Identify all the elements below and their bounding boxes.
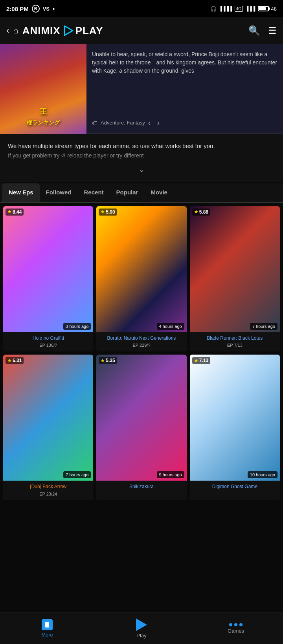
anime-title-1: Boruto: Naruto Next Generations [99, 335, 184, 342]
games-icon [229, 623, 243, 626]
anime-rating-3: ★ 6.31 [6, 357, 24, 364]
anime-thumb-0 [3, 206, 93, 332]
anime-rating-4: ★ 5.35 [99, 357, 117, 364]
anime-ep-3: EP 23/24 [6, 492, 91, 496]
tab-popular[interactable]: Popular [110, 183, 145, 202]
anime-time-4: 9 hours ago [157, 471, 184, 478]
tab-new-eps[interactable]: New Eps [2, 183, 40, 202]
anime-thumb-3 [3, 355, 93, 481]
anime-title-4: Shikizakura [99, 484, 184, 490]
anime-time-0: 3 hours ago [63, 323, 91, 330]
tag-icon: 🏷 [92, 120, 97, 126]
anime-card-2[interactable]: ★ 5.88 7 hours ago Blade Runner: Black L… [190, 206, 280, 352]
logo: ANIMIX PLAY [22, 25, 244, 37]
logo-text-right: PLAY [75, 25, 103, 37]
status-bar: 2:08 PM B VS • 🎧 ▐▐▐▐ 4G ▐▐▐ 48 [0, 0, 283, 17]
tab-followed[interactable]: Followed [40, 183, 78, 202]
star-icon-4: ★ [101, 358, 105, 363]
network-icon: 4G [235, 6, 243, 12]
anime-ep-0: EP 136/? [6, 343, 91, 348]
featured-info: Unable to hear, speak, or wield a sword,… [86, 44, 283, 134]
anime-ep-2: EP 7/13 [192, 343, 277, 348]
nav-play[interactable]: Play [94, 613, 189, 644]
circle-b-icon: B [32, 5, 40, 13]
nav-more-label: More [41, 632, 53, 638]
nav-games-label: Games [228, 628, 244, 634]
anime-card-5[interactable]: ★ 7.13 10 hours ago Digimon Ghost Game [190, 355, 280, 500]
header: ‹ ⌂ ANIMIX PLAY 🔍 ☰ [0, 17, 283, 44]
more-icon [42, 619, 53, 630]
anime-info-1: Boruto: Naruto Next Generations EP 229/? [96, 332, 186, 352]
anime-thumb-5 [190, 355, 280, 481]
logo-text-left: ANIMIX [22, 25, 61, 37]
star-icon-1: ★ [101, 209, 105, 214]
anime-info-3: [Dub] Back Arrow EP 23/24 [3, 481, 93, 500]
anime-time-3: 7 hours ago [63, 471, 91, 478]
anime-title-3: [Dub] Back Arrow [6, 484, 91, 490]
anime-rating-0: ★ 8.44 [6, 209, 24, 216]
featured-thumbnail[interactable]: 王 様ランキング [0, 44, 86, 134]
status-left: 2:08 PM B VS • [6, 5, 55, 13]
anime-thumb-1 [96, 206, 186, 332]
headphone-icon: 🎧 [210, 6, 217, 12]
anime-ep-1: EP 229/? [99, 343, 184, 348]
home-button[interactable]: ⌂ [13, 26, 18, 36]
time: 2:08 PM [6, 5, 29, 12]
logo-play-icon [62, 25, 74, 37]
anime-title-2: Blade Runner: Black Lotus [192, 335, 277, 342]
featured-banner: 王 様ランキング Unable to hear, speak, or wield… [0, 44, 283, 134]
nav-games[interactable]: Games [189, 613, 283, 644]
anime-card-1[interactable]: ★ 5.90 4 hours ago Boruto: Naruto Next G… [96, 206, 186, 352]
anime-info-5: Digimon Ghost Game [190, 481, 280, 496]
star-icon-2: ★ [194, 209, 198, 214]
vs-icon: VS [43, 6, 50, 12]
anime-card-0[interactable]: ★ 8.44 3 hours ago Holo no Graffiti EP 1… [3, 206, 93, 352]
info-banner: We have multiple stream types for each a… [0, 134, 283, 182]
info-expand-button[interactable]: ⌄ [8, 160, 275, 179]
anime-info-4: Shikizakura [96, 481, 186, 496]
anime-card-4[interactable]: ★ 5.35 9 hours ago Shikizakura [96, 355, 186, 500]
anime-time-5: 10 hours ago [248, 471, 277, 478]
anime-grid: ★ 8.44 3 hours ago Holo no Graffiti EP 1… [0, 203, 283, 503]
status-right: 🎧 ▐▐▐▐ 4G ▐▐▐ 48 [210, 6, 277, 12]
battery-percent: 48 [271, 6, 277, 12]
dot-icon: • [53, 5, 55, 12]
star-icon-3: ★ [7, 358, 11, 363]
anime-thumb-4 [96, 355, 186, 481]
star-icon-5: ★ [194, 358, 198, 363]
featured-description: Unable to hear, speak, or wield a sword,… [92, 50, 277, 75]
next-button[interactable]: › [157, 118, 160, 127]
back-button[interactable]: ‹ [6, 26, 9, 36]
svg-marker-0 [64, 26, 73, 35]
anime-info-2: Blade Runner: Black Lotus EP 7/13 [190, 332, 280, 352]
tab-movie[interactable]: Movie [144, 183, 174, 202]
anime-thumb-2 [190, 206, 280, 332]
star-icon-0: ★ [7, 209, 11, 214]
battery-icon [258, 6, 269, 11]
tabs-container: New Eps Followed Recent Popular Movie [0, 183, 283, 203]
tab-recent[interactable]: Recent [78, 183, 110, 202]
play-icon [136, 618, 147, 631]
prev-button[interactable]: ‹ [148, 118, 151, 127]
nav-more[interactable]: More [0, 613, 94, 644]
anime-title-0: Holo no Graffiti [6, 335, 91, 342]
signal2-icon: ▐▐▐ [245, 6, 255, 11]
menu-button[interactable]: ☰ [268, 25, 277, 36]
featured-nav: ‹ › [148, 118, 160, 127]
anime-title-5: Digimon Ghost Game [192, 484, 277, 490]
search-button[interactable]: 🔍 [248, 25, 260, 36]
info-banner-text: We have multiple stream types for each a… [8, 141, 275, 160]
anime-rating-5: ★ 7.13 [192, 357, 210, 364]
featured-tags: 🏷 Adventure, Fantasy ‹ › [92, 118, 277, 127]
nav-play-label: Play [136, 633, 146, 639]
tag-text: Adventure, Fantasy [101, 120, 145, 126]
signal-icon: ▐▐▐▐ [219, 6, 232, 11]
anime-card-3[interactable]: ★ 6.31 7 hours ago [Dub] Back Arrow EP 2… [3, 355, 93, 500]
anime-info-0: Holo no Graffiti EP 136/? [3, 332, 93, 352]
more-icon-inner [45, 622, 49, 628]
bottom-nav: More Play Games [0, 613, 283, 644]
anime-rating-1: ★ 5.90 [99, 209, 117, 216]
anime-rating-2: ★ 5.88 [192, 209, 210, 216]
anime-time-1: 4 hours ago [157, 323, 184, 330]
anime-time-2: 7 hours ago [250, 323, 277, 330]
